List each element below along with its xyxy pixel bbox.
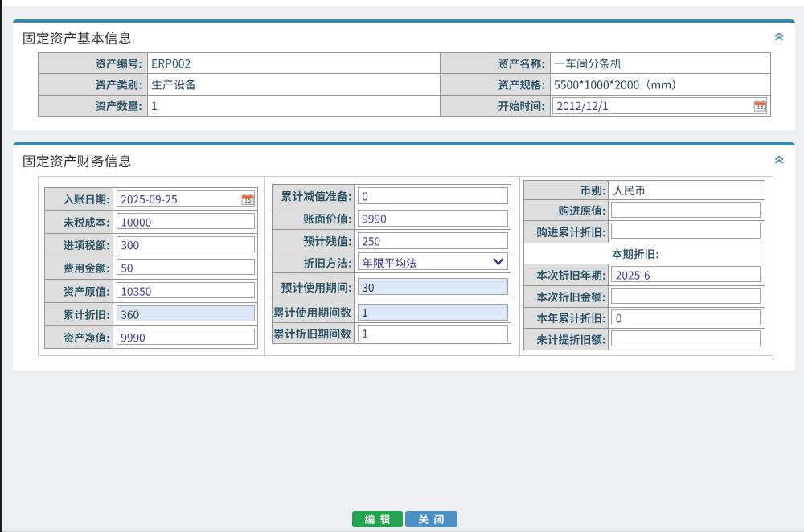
- svg-text:15: 15: [757, 104, 764, 110]
- svg-text:15: 15: [244, 198, 251, 203]
